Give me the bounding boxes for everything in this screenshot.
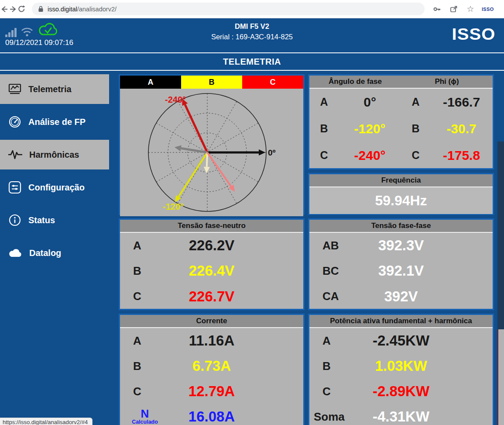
neutral-label: N — [141, 408, 149, 419]
chrome-menu-icon[interactable]: ⋮ — [498, 2, 504, 17]
key-icon[interactable] — [430, 2, 445, 17]
table-row: A 226.2V — [120, 237, 303, 254]
phasor-vector-voltage-b — [178, 152, 207, 197]
sidebar-item-label: Datalog — [29, 248, 61, 258]
sidebar-item-telemetria[interactable]: Telemetria — [0, 74, 109, 104]
phase-a-cell: A — [120, 76, 181, 89]
url-bar[interactable]: isso.digital/analisadorv2/ — [32, 3, 425, 15]
sidebar-item-datalog[interactable]: Datalog — [0, 238, 109, 268]
device-serial: Serial : 169-A3C-914-825 — [0, 33, 504, 41]
phasor-arrowhead-voltage-a — [259, 149, 265, 155]
sidebar-item-harmonicas[interactable]: Harmônicas — [0, 140, 109, 169]
table-row: C -240° C -175.8 — [309, 148, 493, 163]
table-row: A -2.45KW — [309, 332, 493, 349]
url-text: isso.digital/analisadorv2/ — [48, 6, 117, 13]
waveform-icon — [8, 149, 23, 161]
browser-toolbar: isso.digital/analisadorv2/ ☆ ISSO ⋮ — [0, 0, 504, 18]
phasor-panel: A B C — [119, 74, 305, 215]
phasor-svg: -240° -120° 0º — [120, 89, 303, 216]
tensao-fase-fase-panel: Tensão fase-fase AB 392.3V BC 392.1V CA — [308, 218, 494, 310]
phase-c-cell: C — [242, 76, 303, 89]
frequencia-panel: Frequência 59.94Hz — [308, 173, 494, 215]
device-model: DMI F5 V2 — [0, 22, 504, 31]
sidebar-item-analise-fp[interactable]: Análise de FP — [0, 107, 109, 137]
sidebar-item-label: Status — [28, 215, 55, 225]
back-icon[interactable] — [0, 2, 9, 17]
gauge-icon — [8, 115, 22, 129]
status-bar-link-tooltip: https://isso.digital/analisadorv2/#4 — [0, 418, 93, 425]
corrente-panel: Corrente A 11.16A B 6.73A C 12.79A — [119, 314, 305, 425]
table-row: B 226.4V — [120, 263, 303, 279]
phasor-arrowhead-current-c — [229, 185, 235, 192]
phasor-arrowhead-current-a — [175, 145, 182, 152]
sidebar-item-configuracao[interactable]: Configuração — [0, 173, 109, 202]
sidebar-item-status[interactable]: Status — [0, 205, 109, 235]
sidebar-item-label: Análise de FP — [28, 117, 86, 127]
table-row: C 12.79A — [120, 383, 303, 400]
right-column: Ângulo de fase Phi (ɸ) A 0° A -166.7 B -… — [308, 74, 494, 425]
table-row-neutral: N Calculado 16.08A — [120, 408, 303, 425]
left-column: A B C — [119, 74, 305, 425]
panel-title-right: Phi (ɸ) — [401, 77, 493, 86]
sidebar-item-label: Configuração — [28, 183, 85, 193]
reload-icon[interactable] — [17, 2, 26, 17]
table-row: A 0° A -166.7 — [309, 95, 493, 110]
sliders-icon — [8, 180, 22, 194]
table-row: C -2.89KW — [309, 383, 493, 400]
phasor-vector-current-c — [207, 152, 231, 187]
phasor-vector-current-b — [207, 152, 207, 167]
phasor-arrowhead-current-b — [204, 167, 210, 173]
page: isso.digital/analisadorv2/ ☆ ISSO ⋮ — [0, 0, 504, 425]
info-icon — [8, 213, 22, 227]
forward-icon[interactable] — [9, 2, 17, 17]
potencia-panel: Potência ativa fundamental + harmônica A… — [308, 314, 494, 425]
right-edge-scroll-strip[interactable] — [497, 142, 504, 425]
isso-extension-badge[interactable]: ISSO — [480, 7, 496, 12]
table-row: BC 392.1V — [309, 263, 493, 279]
sidebar-item-label: Telemetria — [28, 84, 72, 94]
neutral-sublabel: Calculado — [132, 419, 158, 425]
app-header: 09/12/2021 09:07:16 DMI F5 V2 Serial : 1… — [0, 18, 504, 52]
angulo-fase-panel: Ângulo de fase Phi (ɸ) A 0° A -166.7 B -… — [308, 74, 494, 169]
main-area: A B C — [109, 71, 504, 425]
panel-title: Tensão fase-fase — [309, 220, 493, 233]
table-row: C 226.7V — [120, 288, 303, 305]
table-row: A 11.16A — [120, 332, 303, 349]
table-row: AB 392.3V — [309, 237, 493, 254]
phase-legend: A B C — [120, 76, 303, 89]
tensao-fase-neutro-panel: Tensão fase-neutro A 226.2V B 226.4V C 2 — [119, 218, 305, 310]
label-zero-deg: 0º — [268, 148, 276, 157]
phasor-vector-voltage-c — [185, 104, 207, 152]
cloud-icon — [8, 247, 23, 259]
lock-icon — [38, 6, 44, 12]
frequency-value: 59.94Hz — [309, 187, 493, 214]
page-title-bar: TELEMETRIA — [0, 52, 504, 71]
panel-title: Tensão fase-neutro — [120, 220, 303, 233]
table-row: B 6.73A — [120, 358, 303, 374]
panel-title-left: Ângulo de fase — [309, 77, 401, 86]
label-minus-240: -240° — [165, 95, 186, 104]
table-row: B -120° B -30.7 — [309, 121, 493, 136]
telemetry-chart-icon — [8, 83, 22, 96]
table-row: CA 392V — [309, 288, 493, 305]
share-icon[interactable] — [446, 2, 461, 17]
bookmark-star-icon[interactable]: ☆ — [463, 2, 478, 17]
table-row: Soma -4.31KW — [309, 408, 493, 425]
sidebar-item-label: Harmônicas — [29, 150, 79, 160]
panel-title: Potência ativa fundamental + harmônica — [309, 315, 493, 328]
phasor-vector-current-a — [181, 149, 207, 153]
sidebar: Telemetria Análise de FP Harmônicas — [0, 71, 109, 425]
page-title: TELEMETRIA — [223, 57, 281, 67]
panel-title: Corrente — [120, 315, 303, 328]
phasor-diagram: -240° -120° 0º — [120, 89, 303, 216]
phase-b-cell: B — [181, 76, 242, 89]
label-minus-120: -120° — [163, 202, 184, 211]
panel-title: Frequência — [309, 174, 493, 187]
isso-logo: ISSO — [452, 25, 495, 44]
table-row: B 1.03KW — [309, 358, 493, 374]
